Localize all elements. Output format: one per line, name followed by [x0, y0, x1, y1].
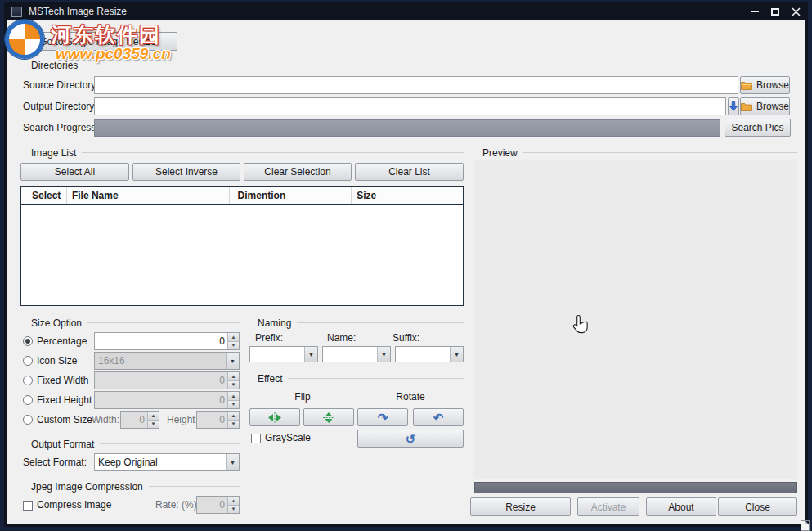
mouse-cursor — [572, 314, 590, 339]
fixed-height-radio[interactable] — [23, 395, 33, 405]
group-divider — [297, 322, 464, 323]
spin-down-icon[interactable]: ▼ — [228, 380, 239, 389]
chevron-down-icon[interactable]: ▼ — [450, 347, 463, 362]
activate-button[interactable]: Activate — [577, 497, 639, 516]
custom-height-value: 0 — [197, 412, 227, 428]
about-button[interactable]: About — [646, 497, 716, 516]
preview-group-label: Preview — [482, 147, 518, 159]
percentage-spinner[interactable]: 0 ▲ ▼ — [94, 332, 240, 350]
reset-rotation-button[interactable]: ↺ — [357, 430, 464, 448]
select-format-combo[interactable]: Keep Original ▼ — [94, 453, 240, 471]
maximize-icon — [771, 8, 779, 16]
custom-height-spinner[interactable]: 0 ▲ ▼ — [196, 411, 240, 429]
column-header-select[interactable]: Select — [21, 187, 67, 204]
resize-button[interactable]: Resize — [470, 497, 571, 516]
fixed-height-label: Fixed Height — [37, 391, 92, 409]
preview-pane — [474, 160, 797, 479]
source-browse-button[interactable]: Browse — [740, 76, 790, 94]
source-directory-input[interactable] — [94, 76, 738, 94]
fixed-width-label: Fixed Width — [37, 371, 88, 389]
image-list-table: Select File Name Dimention Size — [20, 186, 464, 306]
directories-group-header: Directories — [31, 60, 790, 70]
chevron-down-icon[interactable]: ▼ — [304, 347, 317, 362]
custom-width-label: Width: — [92, 411, 119, 429]
image-list-table-body[interactable] — [21, 205, 463, 305]
select-all-button[interactable]: Select All — [20, 163, 129, 181]
reset-rotation-icon: ↺ — [406, 433, 416, 445]
flip-horizontal-button[interactable] — [249, 408, 300, 426]
fixed-width-spinner[interactable]: 0 ▲ ▼ — [94, 371, 240, 389]
spin-up-icon[interactable]: ▲ — [228, 497, 239, 505]
spin-down-icon[interactable]: ▼ — [228, 341, 239, 350]
copy-source-to-output-button[interactable] — [728, 97, 739, 115]
column-header-file-name[interactable]: File Name — [67, 187, 230, 204]
spin-buttons: ▲ ▼ — [227, 392, 239, 408]
grayscale-label: GrayScale — [265, 429, 311, 447]
maximize-button[interactable] — [768, 5, 783, 18]
percentage-radio[interactable] — [23, 336, 33, 346]
spin-up-icon[interactable]: ▲ — [228, 333, 239, 341]
browse-label: Browse — [756, 101, 789, 112]
output-browse-button[interactable]: Browse — [740, 97, 790, 115]
spin-up-icon[interactable]: ▲ — [148, 412, 159, 420]
spin-down-icon[interactable]: ▼ — [228, 400, 239, 409]
clear-list-button[interactable]: Clear List — [355, 163, 464, 181]
about-label: About — [668, 502, 693, 513]
go-to-single-image-resize-button[interactable]: Go to Single Image Resize — [18, 32, 177, 51]
titlebar[interactable]: MSTech Image Resize — [4, 2, 808, 20]
rotate-counterclockwise-button[interactable]: ↶ — [413, 408, 464, 426]
go-to-single-label: Go to Single Image Resize — [39, 36, 156, 47]
spin-down-icon[interactable]: ▼ — [228, 505, 239, 514]
rotate-clockwise-button[interactable]: ↷ — [357, 408, 408, 426]
custom-width-spinner[interactable]: 0 ▲ ▼ — [120, 411, 159, 429]
desktop-background: MSTech Image Resize Go to Single Image R… — [0, 0, 812, 531]
search-pics-button[interactable]: Search Pics — [725, 119, 791, 137]
suffix-value — [396, 347, 450, 362]
resize-progress-bar — [474, 482, 797, 493]
jpeg-compression-group-label: Jpeg Image Compression — [31, 481, 143, 493]
chevron-down-icon[interactable]: ▼ — [226, 454, 239, 470]
spin-buttons: ▲ ▼ — [227, 497, 239, 513]
suffix-combo[interactable]: ▼ — [395, 346, 464, 362]
name-label: Name: — [327, 332, 356, 344]
close-window-button[interactable]: Close — [718, 497, 797, 516]
folder-icon — [741, 102, 752, 111]
column-header-size[interactable]: Size — [352, 187, 463, 204]
name-value — [323, 347, 377, 362]
grayscale-checkbox[interactable] — [251, 434, 261, 443]
icon-size-combo[interactable]: 16x16 ▼ — [94, 352, 240, 370]
rate-value: 0 — [197, 497, 227, 513]
fixed-width-radio[interactable] — [23, 376, 33, 385]
rate-spinner[interactable]: 0 ▲ ▼ — [196, 496, 240, 514]
image-list-table-header: Select File Name Dimention Size — [21, 187, 463, 205]
prefix-label: Prefix: — [255, 332, 283, 344]
flip-vertical-button[interactable] — [303, 408, 354, 426]
select-inverse-button[interactable]: Select Inverse — [132, 163, 240, 181]
chevron-down-icon[interactable]: ▼ — [226, 353, 239, 369]
icon-size-radio[interactable] — [23, 356, 33, 366]
output-directory-input[interactable] — [94, 97, 726, 115]
fixed-height-spinner[interactable]: 0 ▲ ▼ — [94, 391, 240, 409]
spin-down-icon[interactable]: ▼ — [228, 420, 239, 429]
clear-selection-button[interactable]: Clear Selection — [244, 163, 352, 181]
name-combo[interactable]: ▼ — [322, 346, 391, 362]
hand-pointer-icon — [572, 314, 590, 336]
group-divider — [100, 443, 240, 444]
output-directory-label: Output Directory: — [23, 97, 97, 115]
search-pics-label: Search Pics — [731, 122, 783, 133]
close-button[interactable] — [788, 5, 803, 18]
compress-image-checkbox[interactable] — [23, 501, 33, 511]
window-title: MSTech Image Resize — [29, 6, 127, 17]
prefix-value — [250, 347, 304, 362]
folder-icon — [741, 81, 752, 90]
chevron-down-icon[interactable]: ▼ — [377, 347, 390, 362]
spin-up-icon[interactable]: ▲ — [228, 392, 239, 400]
custom-size-radio[interactable] — [23, 415, 33, 425]
spin-down-icon[interactable]: ▼ — [148, 420, 159, 429]
flip-vertical-icon — [323, 412, 334, 424]
spin-up-icon[interactable]: ▲ — [228, 412, 239, 420]
column-header-dimention[interactable]: Dimention — [230, 187, 352, 204]
spin-up-icon[interactable]: ▲ — [228, 372, 239, 380]
prefix-combo[interactable]: ▼ — [249, 346, 318, 362]
minimize-button[interactable] — [747, 5, 762, 18]
